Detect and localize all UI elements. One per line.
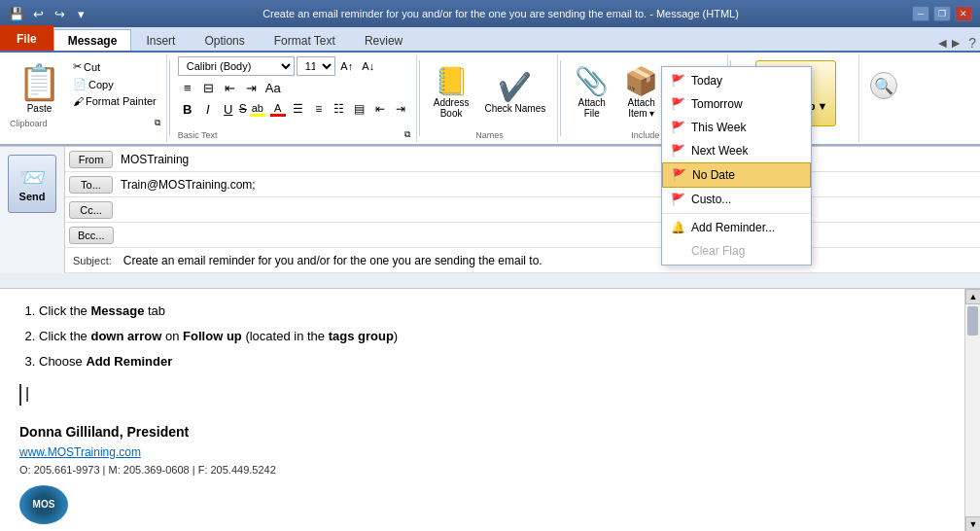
align-right-button[interactable]: ☷ — [330, 99, 349, 119]
tab-message[interactable]: Message — [53, 29, 132, 51]
signature-logo: MOS — [19, 485, 945, 524]
align-center-button[interactable]: ≡ — [309, 99, 329, 119]
add-reminder-label: Add Reminder... — [691, 221, 775, 234]
no-date-flag-icon: 🚩 — [671, 167, 686, 183]
scroll-down-button[interactable]: ▼ — [965, 516, 980, 531]
save-quick-btn[interactable]: 💾 — [8, 5, 25, 22]
format-painter-button[interactable]: 🖌 Format Painter — [69, 93, 160, 109]
check-names-label: Check Names — [484, 103, 545, 114]
clipboard-group-label: Clipboard — [10, 119, 48, 128]
menu-item-tomorrow[interactable]: 🚩 Tomorrow — [662, 92, 811, 116]
bold-button[interactable]: B — [178, 99, 197, 119]
increase-indent-button[interactable]: ⇥ — [242, 78, 262, 97]
paste-button[interactable]: 📋 Paste — [10, 58, 69, 118]
menu-item-today[interactable]: 🚩 Today — [662, 69, 811, 92]
address-book-button[interactable]: 📒 AddressBook — [428, 60, 475, 126]
clipboard-expand-icon[interactable]: ⧉ — [155, 118, 160, 128]
paste-icon: 📋 — [18, 62, 61, 103]
cc-input[interactable] — [117, 199, 980, 221]
divider-1 — [169, 60, 170, 136]
find-button[interactable]: 🔍 — [870, 72, 897, 99]
menu-item-this-week[interactable]: 🚩 This Week — [662, 116, 811, 139]
bcc-button[interactable]: Bcc... — [69, 227, 114, 244]
this-week-label: This Week — [691, 121, 746, 134]
minimize-button[interactable]: ─ — [912, 6, 929, 21]
align-justify-button[interactable]: ▤ — [350, 99, 369, 119]
from-button[interactable]: From — [69, 151, 113, 168]
bullets-button[interactable]: ≡ — [178, 78, 197, 97]
names-group-label: Names — [475, 130, 504, 140]
divider-2 — [419, 60, 420, 136]
message-body[interactable]: Click the Message tab Click the down arr… — [0, 289, 964, 531]
restore-button[interactable]: ❐ — [933, 6, 951, 21]
ltr-button[interactable]: ⇥ — [391, 99, 410, 119]
font-shrink-button[interactable]: A↓ — [359, 56, 378, 76]
cut-icon: ✂ — [73, 60, 82, 73]
tomorrow-flag-icon: 🚩 — [670, 96, 685, 112]
align-left-button[interactable]: ☰ — [289, 99, 308, 119]
menu-item-custom[interactable]: 🚩 Custo... — [662, 188, 811, 211]
nav-next-icon[interactable]: ► — [949, 35, 962, 51]
tab-format-text[interactable]: Format Text — [260, 29, 350, 51]
list-item: Click the Message tab — [39, 301, 945, 322]
to-input[interactable] — [117, 174, 980, 195]
send-button[interactable]: 📨 Send — [8, 155, 56, 213]
menu-item-add-reminder[interactable]: 🔔 Add Reminder... — [662, 216, 811, 239]
attach-item-button[interactable]: 📦 AttachItem ▾ — [618, 60, 664, 126]
from-input[interactable] — [117, 149, 980, 170]
tab-review[interactable]: Review — [350, 29, 417, 51]
more-quick-btn[interactable]: ▾ — [72, 5, 89, 22]
tab-file[interactable]: File — [0, 25, 53, 51]
close-button[interactable]: ✕ — [955, 6, 972, 21]
decrease-indent-button[interactable]: ⇤ — [221, 78, 240, 97]
menu-item-next-week[interactable]: 🚩 Next Week — [662, 139, 811, 162]
tags-group-ref: tags group — [329, 329, 394, 343]
copy-button[interactable]: 📄 Copy — [69, 76, 160, 92]
numbering-button[interactable]: ⊟ — [199, 78, 219, 97]
highlight-button[interactable]: ab — [248, 99, 267, 119]
subject-label: Subject: — [65, 253, 120, 268]
ribbon-group-clipboard: 📋 Paste ✂ Cut 📄 Copy 🖌 Format Pai — [4, 54, 167, 142]
attach-item-label: AttachItem ▾ — [628, 97, 655, 119]
redo-quick-btn[interactable]: ↪ — [51, 5, 68, 22]
font-color-button[interactable]: A — [268, 99, 288, 119]
address-book-label: AddressBook — [434, 97, 470, 119]
scroll-thumb[interactable] — [967, 306, 978, 336]
subject-input[interactable] — [120, 251, 980, 270]
undo-quick-btn[interactable]: ↩ — [29, 5, 47, 22]
basic-text-expand-icon[interactable]: ⧉ — [404, 129, 410, 140]
styles-button[interactable]: Aа — [263, 78, 283, 97]
underline-button[interactable]: U — [219, 99, 238, 119]
italic-button[interactable]: I — [198, 99, 218, 119]
scroll-track[interactable] — [965, 337, 980, 516]
to-button[interactable]: To... — [69, 176, 113, 194]
nav-prev-icon[interactable]: ◄ — [935, 35, 949, 51]
attach-file-button[interactable]: 📎 AttachFile — [569, 60, 614, 126]
font-grow-button[interactable]: A↑ — [337, 56, 357, 76]
cut-button[interactable]: ✂ Cut — [69, 58, 160, 75]
send-label: Send — [19, 191, 46, 202]
copy-label: Copy — [88, 79, 114, 90]
signature-website[interactable]: www.MOSTraining.com — [19, 445, 141, 459]
basic-text-group-label: Basic Text — [178, 130, 218, 140]
check-names-button[interactable]: ✔️ Check Names — [478, 60, 551, 126]
strikethrough-button[interactable]: S — [239, 102, 247, 116]
email-signature: Donna Gilliland, President www.MOSTraini… — [19, 421, 945, 523]
scroll-up-button[interactable]: ▲ — [965, 289, 980, 304]
cc-button[interactable]: Cc... — [69, 201, 113, 219]
font-name-select[interactable]: Calibri (Body) — [178, 56, 295, 76]
svg-rect-0 — [16, 273, 964, 289]
font-size-select[interactable]: 11 — [297, 56, 335, 76]
menu-item-no-date[interactable]: 🚩 No Date — [662, 162, 811, 188]
tab-options[interactable]: Options — [190, 29, 259, 51]
ruler — [0, 273, 980, 289]
follow-up-ref: Follow up — [183, 329, 242, 343]
bcc-input[interactable] — [118, 225, 980, 246]
add-reminder-icon: 🔔 — [670, 220, 685, 235]
rtl-button[interactable]: ⇤ — [370, 99, 390, 119]
ruler-inner — [16, 273, 964, 288]
help-icon[interactable]: ? — [968, 35, 976, 51]
scrollbar[interactable]: ▲ ▼ — [964, 289, 980, 531]
signature-name: Donna Gilliland, President — [19, 421, 945, 442]
tab-insert[interactable]: Insert — [131, 29, 190, 51]
